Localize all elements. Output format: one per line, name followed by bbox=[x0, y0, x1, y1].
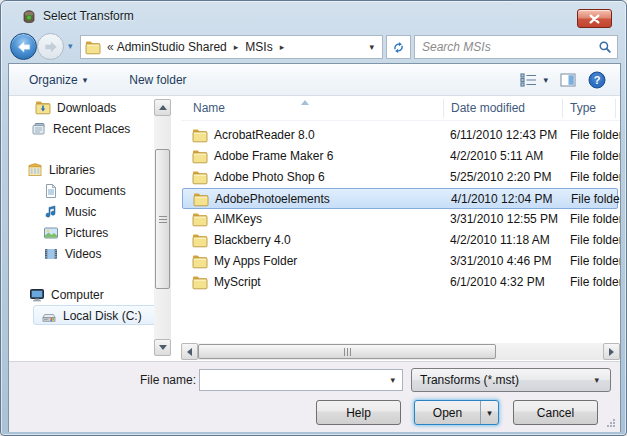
chevron-down-icon: ▾ bbox=[543, 75, 548, 85]
date-modified-cell: 4/1/2010 12:04 PM bbox=[451, 192, 552, 206]
refresh-button[interactable] bbox=[386, 35, 411, 59]
file-type-value: Transforms (*.mst) bbox=[420, 373, 591, 387]
scrollbar-thumb[interactable] bbox=[198, 344, 496, 359]
organize-menu-button[interactable]: Organize ▾ bbox=[21, 69, 95, 91]
list-item[interactable]: MyScript6/1/2010 4:32 PMFile folder bbox=[182, 272, 618, 293]
list-item[interactable]: AIMKeys3/31/2010 12:55 PMFile folder bbox=[182, 209, 618, 230]
preview-pane-button[interactable] bbox=[560, 73, 576, 87]
help-label: Help bbox=[346, 406, 371, 420]
sidebar-item-videos[interactable]: Videos bbox=[43, 243, 101, 264]
address-dropdown-icon[interactable]: ▾ bbox=[369, 42, 378, 52]
recent-places-icon bbox=[31, 121, 47, 137]
sidebar-vertical-scrollbar[interactable] bbox=[154, 99, 171, 356]
sidebar-item-label: Pictures bbox=[65, 226, 108, 240]
open-label[interactable]: Open bbox=[415, 401, 480, 424]
preview-pane-icon bbox=[560, 73, 576, 87]
file-name-cell: Blackberry 4.0 bbox=[214, 233, 291, 247]
help-button-toolbar[interactable]: ? bbox=[588, 71, 606, 89]
back-button[interactable] bbox=[10, 33, 37, 60]
transform-app-icon bbox=[21, 8, 37, 24]
file-name-label: File name: bbox=[104, 373, 196, 387]
change-view-button[interactable]: ▾ bbox=[520, 73, 548, 87]
file-name-cell: AcrobatReader 8.0 bbox=[214, 128, 315, 142]
open-split-dropdown[interactable]: ▾ bbox=[480, 401, 498, 424]
pictures-icon bbox=[43, 225, 59, 241]
column-separator[interactable] bbox=[615, 99, 616, 118]
column-header-type[interactable]: Type bbox=[570, 101, 596, 115]
folder-icon bbox=[192, 211, 208, 227]
forward-button[interactable] bbox=[37, 33, 64, 60]
new-folder-label: New folder bbox=[129, 73, 186, 87]
date-modified-cell: 6/1/2010 4:32 PM bbox=[450, 275, 545, 289]
cancel-button[interactable]: Cancel bbox=[513, 400, 598, 425]
list-item[interactable]: AcrobatReader 8.06/11/2010 12:43 PMFile … bbox=[182, 125, 618, 146]
libraries-icon bbox=[27, 162, 43, 178]
breadcrumb-item-msis[interactable]: MSIs bbox=[245, 40, 272, 54]
scroll-left-button[interactable] bbox=[181, 343, 198, 360]
chevron-down-icon: ▾ bbox=[591, 375, 602, 385]
sidebar-item-documents[interactable]: Documents bbox=[43, 180, 126, 201]
list-item[interactable]: Blackberry 4.04/2/2010 11:18 AMFile fold… bbox=[182, 230, 618, 251]
search-icon[interactable] bbox=[598, 40, 612, 54]
column-separator[interactable] bbox=[562, 99, 563, 118]
resize-grip-icon[interactable] bbox=[606, 418, 616, 428]
column-header-name[interactable]: Name bbox=[193, 101, 225, 115]
sidebar-item-pictures[interactable]: Pictures bbox=[43, 222, 108, 243]
search-input[interactable] bbox=[420, 39, 598, 55]
column-separator[interactable] bbox=[443, 99, 444, 118]
folder-icon bbox=[192, 127, 208, 143]
list-item[interactable]: My Apps Folder3/31/2010 4:46 PMFile fold… bbox=[182, 251, 618, 272]
file-name-cell: AIMKeys bbox=[214, 212, 262, 226]
cancel-label: Cancel bbox=[537, 406, 574, 420]
recent-pages-dropdown[interactable]: ▾ bbox=[68, 41, 73, 51]
titlebar[interactable]: Select Transform bbox=[1, 1, 626, 31]
scroll-right-button[interactable] bbox=[603, 343, 620, 360]
file-name-cell: MyScript bbox=[214, 275, 261, 289]
sidebar-item-downloads[interactable]: Downloads bbox=[35, 97, 116, 118]
svg-text:?: ? bbox=[594, 74, 601, 86]
back-arrow-icon bbox=[17, 41, 31, 53]
help-button[interactable]: Help bbox=[316, 400, 401, 425]
dialog-footer: File name: ▾ Transforms (*.mst) ▾ Help O… bbox=[9, 361, 620, 432]
list-item[interactable]: AdobePhotoelements4/1/2010 12:04 PMFile … bbox=[182, 188, 618, 209]
date-modified-cell: 4/2/2010 5:11 AM bbox=[450, 149, 543, 163]
file-type-dropdown[interactable]: Transforms (*.mst) ▾ bbox=[411, 368, 611, 392]
chevron-down-icon: ▾ bbox=[83, 75, 88, 85]
sidebar-item-computer[interactable]: Computer bbox=[29, 284, 104, 305]
sidebar-item-label: Videos bbox=[65, 247, 101, 261]
scroll-left-icon bbox=[187, 348, 192, 356]
type-cell: File folder bbox=[570, 149, 620, 163]
sidebar-item-libraries[interactable]: Libraries bbox=[27, 159, 95, 180]
scroll-down-button[interactable] bbox=[154, 339, 171, 356]
breadcrumb-overflow-chevron[interactable]: « bbox=[101, 40, 117, 54]
list-item[interactable]: Adobe Frame Maker 64/2/2010 5:11 AMFile … bbox=[182, 146, 618, 167]
file-name-cell: My Apps Folder bbox=[214, 254, 297, 268]
date-modified-cell: 3/31/2010 4:46 PM bbox=[450, 254, 551, 268]
videos-icon bbox=[43, 246, 59, 262]
address-breadcrumb[interactable]: « AdminStudio Shared ▸ MSIs ▸ ▾ bbox=[80, 35, 383, 59]
column-header-date-modified[interactable]: Date modified bbox=[451, 101, 525, 115]
file-name-cell: Adobe Frame Maker 6 bbox=[214, 149, 333, 163]
scrollbar-thumb[interactable] bbox=[155, 149, 170, 289]
sidebar-item-music[interactable]: Music bbox=[43, 201, 96, 222]
refresh-icon bbox=[391, 39, 407, 55]
sidebar-item-recent-places[interactable]: Recent Places bbox=[31, 118, 130, 139]
file-name-input[interactable] bbox=[204, 372, 387, 388]
scroll-up-button[interactable] bbox=[154, 99, 171, 116]
close-button[interactable] bbox=[577, 9, 612, 28]
sidebar-item-local-disk-c[interactable]: Local Disk (C:) bbox=[41, 305, 142, 326]
list-horizontal-scrollbar[interactable] bbox=[181, 343, 620, 360]
new-folder-button[interactable]: New folder bbox=[121, 69, 194, 91]
breadcrumb-separator-icon[interactable]: ▸ bbox=[227, 42, 246, 52]
open-button[interactable]: Open ▾ bbox=[414, 400, 499, 425]
sidebar-item-label: Local Disk (C:) bbox=[63, 309, 142, 323]
scroll-right-icon bbox=[609, 348, 614, 356]
navigation-bar: ▾ « AdminStudio Shared ▸ MSIs ▸ ▾ bbox=[9, 32, 620, 62]
breadcrumb-separator-icon[interactable]: ▸ bbox=[273, 42, 292, 52]
main-panes: DownloadsRecent PlacesLibrariesDocuments… bbox=[9, 97, 620, 360]
sidebar-item-label: Libraries bbox=[49, 163, 95, 177]
chevron-down-icon[interactable]: ▾ bbox=[387, 375, 398, 385]
breadcrumb-item-adminstudio-shared[interactable]: AdminStudio Shared bbox=[117, 40, 227, 54]
sidebar-item-label: Music bbox=[65, 205, 96, 219]
list-item[interactable]: Adobe Photo Shop 65/25/2010 2:20 PMFile … bbox=[182, 167, 618, 188]
